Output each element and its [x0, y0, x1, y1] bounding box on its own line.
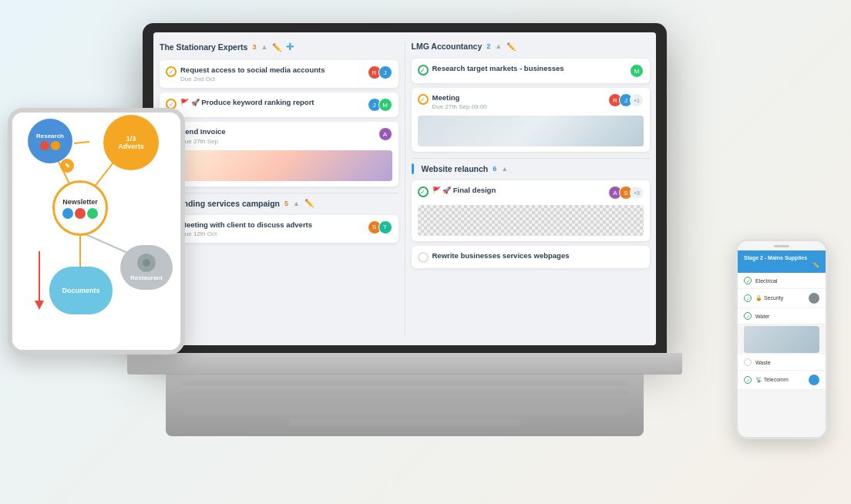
col2-edit-button[interactable]: ✏️: [506, 42, 516, 51]
svg-rect-0: [181, 381, 628, 385]
task-card-2[interactable]: 🚩 🚀 Produce keyword ranking report J: [160, 92, 399, 117]
col1-section2-header: Branding services campaign 5 ▲ ✏️: [160, 193, 399, 210]
task-image-blue: [418, 116, 644, 146]
avatar: M: [378, 98, 392, 112]
col1-expand-icon[interactable]: ▲: [261, 43, 267, 51]
task-5-info: Research target markets - businesses: [432, 64, 564, 73]
task-card-8-top: Rewrite businesses services webpages: [418, 251, 644, 263]
task-3-due: Due 27th Sep: [180, 138, 226, 145]
phone-header-controls: ✏️: [744, 262, 819, 268]
task-card-4-top: Meeting with client to discuss adverts D…: [166, 220, 392, 237]
task-card-2-top: 🚩 🚀 Produce keyword ranking report J: [166, 98, 392, 112]
laptop-screen: The Stationary Experts 3 ▲ ✏️ ✛: [153, 32, 656, 345]
phone-item-2-check[interactable]: [744, 294, 752, 302]
col1-add-button[interactable]: ✛: [286, 42, 294, 52]
svg-rect-2: [181, 399, 628, 404]
task-card-7-top: 🚩 🚀 Final design A S: [418, 186, 644, 200]
mm-node-documents[interactable]: Documents: [49, 267, 113, 314]
mm-node-adverts[interactable]: 1/3 Adverts: [103, 115, 159, 170]
task-image-gradient: [166, 150, 392, 181]
col1-edit-button[interactable]: ✏️: [272, 43, 281, 52]
phone-notch: [738, 241, 826, 250]
col2-header: LMG Accountancy 2 ▲ ✏️: [412, 39, 651, 54]
col1-section2-edit-button[interactable]: ✏️: [304, 199, 314, 207]
research-badge: ✎: [60, 159, 74, 173]
task-2-info: 🚩 🚀 Produce keyword ranking report: [180, 98, 314, 108]
app-content: The Stationary Experts 3 ▲ ✏️ ✛: [153, 32, 656, 345]
phone-list-item-2[interactable]: 🔒 Security: [738, 289, 826, 308]
col2-expand-icon[interactable]: ▲: [495, 42, 502, 50]
task-8-check[interactable]: [418, 252, 429, 263]
task-1-avatars: R J: [368, 66, 392, 79]
task-card-3[interactable]: Send Invoice Due 27th Sep A: [160, 122, 399, 186]
col1-count[interactable]: 3: [252, 43, 256, 51]
phone-list-item-3[interactable]: Water: [738, 308, 826, 324]
task-card-4-left: Meeting with client to discuss adverts D…: [166, 220, 312, 237]
task-card-1[interactable]: Request access to social media accounts …: [160, 60, 399, 88]
phone-body: Stage 2 - Mains Supplies ✏️ Electrical 🔒…: [735, 239, 828, 439]
laptop-keyboard: [166, 375, 644, 436]
column-divider: [405, 42, 405, 336]
mm-node-newsletter[interactable]: Newsletter: [52, 180, 108, 236]
task-1-due: Due 2nd Oct: [180, 76, 325, 82]
task-6-title: Meeting: [432, 93, 487, 102]
task-6-due: Due 27th Sep 09:00: [432, 103, 487, 110]
task-card-8[interactable]: Rewrite businesses services webpages: [412, 246, 651, 268]
col2-section2-count[interactable]: 6: [493, 165, 496, 173]
mm-node-research[interactable]: Research: [28, 119, 72, 163]
laptop-screen-border: The Stationary Experts 3 ▲ ✏️ ✛: [143, 23, 667, 354]
phone-list-item-5[interactable]: 📡 Telecomm: [738, 371, 826, 390]
phone-item-1-text: Electrical: [755, 278, 819, 284]
task-4-avatars: S T: [368, 220, 392, 234]
column-2: LMG Accountancy 2 ▲ ✏️: [412, 39, 651, 339]
phone-item-3-check[interactable]: [744, 312, 752, 320]
phone-item-5-check[interactable]: [744, 376, 752, 384]
svg-rect-1: [181, 390, 628, 395]
phone-item-4-text: Waste: [755, 360, 819, 365]
tablet-screen: Research 1/3 Adverts: [12, 113, 180, 350]
task-8-title: Rewrite businesses services webpages: [432, 251, 570, 260]
phone-item-2-text: 🔒 Security: [755, 295, 805, 301]
task-4-due: Due 12th Oct: [180, 230, 312, 237]
task-card-7[interactable]: 🚩 🚀 Final design A S: [412, 180, 651, 241]
tablet: Research 1/3 Adverts: [8, 108, 185, 354]
avatar: A: [378, 127, 392, 141]
task-card-6[interactable]: Meeting Due 27th Sep 09:00 R J +1: [412, 88, 651, 152]
app-columns: The Stationary Experts 3 ▲ ✏️ ✛: [153, 32, 656, 345]
col2-count[interactable]: 2: [486, 42, 490, 50]
task-3-image: [166, 150, 392, 181]
task-7-image: [418, 205, 644, 236]
phone-list-item-1[interactable]: Electrical: [738, 273, 826, 289]
col2-section2-divider: [412, 163, 414, 174]
task-6-image: [418, 116, 644, 146]
avatar: J: [378, 66, 392, 79]
task-card-6-left: Meeting Due 27th Sep 09:00: [418, 93, 487, 110]
col2-section2-expand[interactable]: ▲: [501, 165, 508, 173]
phone-edit-icon[interactable]: ✏️: [812, 262, 819, 268]
col1-section2-title: Branding services campaign: [170, 199, 280, 208]
task-7-info: 🚩 🚀 Final design: [432, 186, 496, 196]
phone-item-5-text: 📡 Telecomm: [755, 377, 805, 383]
phone-item-1-check[interactable]: [744, 277, 752, 284]
col1-section2-count[interactable]: 5: [284, 200, 288, 207]
phone-item-4-check[interactable]: [744, 358, 752, 366]
task-1-check[interactable]: [166, 66, 177, 77]
task-7-check[interactable]: [418, 186, 429, 197]
phone-list-item-4[interactable]: Waste: [738, 354, 826, 371]
task-7-title: 🚩 🚀 Final design: [432, 186, 496, 196]
task-5-check[interactable]: [418, 65, 429, 76]
task-card-7-left: 🚩 🚀 Final design: [418, 186, 496, 197]
avatar-plus: +1: [630, 93, 644, 107]
avatar: M: [630, 64, 644, 78]
task-card-5[interactable]: Research target markets - businesses M: [412, 59, 651, 83]
keyboard-decoration: [166, 375, 644, 436]
task-6-check[interactable]: [418, 94, 429, 105]
mm-node-restaurant[interactable]: Restaurant: [120, 245, 173, 290]
task-card-4[interactable]: Meeting with client to discuss adverts D…: [160, 215, 399, 243]
phone: Stage 2 - Mains Supplies ✏️ Electrical 🔒…: [735, 239, 828, 439]
task-8-info: Rewrite businesses services webpages: [432, 251, 570, 260]
col1-section2-expand[interactable]: ▲: [293, 200, 300, 207]
task-5-avatars: M: [630, 64, 644, 78]
phone-screen: Stage 2 - Mains Supplies ✏️ Electrical 🔒…: [738, 241, 826, 437]
rocket-icon: 🚀: [191, 99, 200, 106]
